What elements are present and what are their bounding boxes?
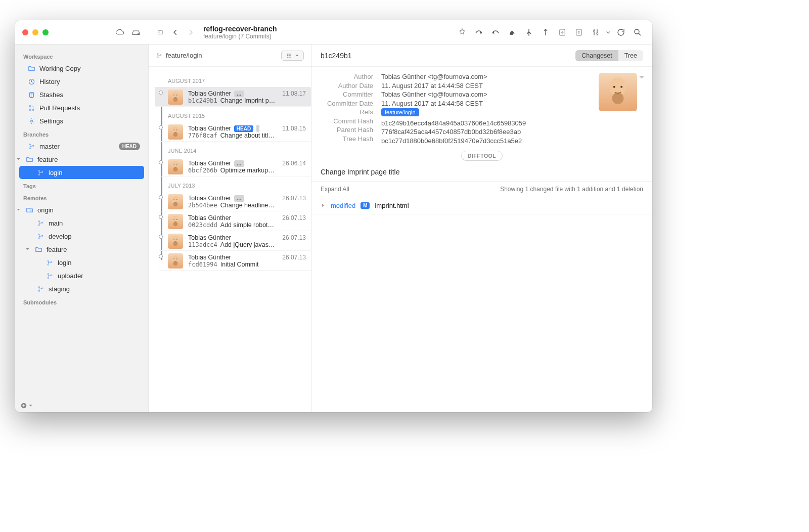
commit-title: Change Imprint page title (311, 166, 652, 182)
repo-title-block[interactable]: reflog-recover-branch feature/login (7 C… (203, 25, 277, 40)
sidebar-item-feature[interactable]: feature (19, 153, 144, 166)
fetch-icon[interactable] (471, 25, 486, 40)
sidebar-label: staging (49, 285, 70, 293)
svg-point-51 (173, 167, 178, 171)
graph-node (159, 215, 163, 219)
drive-icon[interactable] (130, 27, 142, 38)
meta-key: Parent Hash (321, 126, 373, 134)
svg-point-14 (29, 148, 31, 149)
graph-node (159, 195, 163, 199)
workspace-heading: Workspace (19, 50, 144, 62)
commit-meta: Author Author Date Committer Committer D… (311, 67, 652, 149)
commit-date: 26.07.13 (282, 195, 306, 202)
sidebar-label: History (39, 78, 60, 85)
sidebar-item-main[interactable]: main (19, 216, 144, 230)
sidebar-item-stashes[interactable]: Stashes (19, 88, 144, 101)
commit-date: 26.07.13 (282, 234, 306, 241)
pull-icon[interactable] (488, 25, 503, 40)
commit-row[interactable]: Tobias Günther…26.06.146bcf266bOptimize … (159, 157, 311, 176)
sidebar-item-remote-login[interactable]: login (19, 256, 144, 269)
svg-point-56 (173, 199, 174, 200)
branch-icon (36, 285, 44, 293)
commit-hash: b1c249b1 (188, 97, 217, 104)
sidebar-item-working-copy[interactable]: Working Copy (19, 62, 144, 75)
branch-filter[interactable]: feature/login (156, 52, 202, 59)
head-badge: HEAD (119, 143, 140, 150)
pull-request-icon (27, 104, 35, 112)
stash-save-icon[interactable] (555, 25, 570, 40)
meta-key: Committer Date (321, 100, 373, 107)
avatar (168, 159, 183, 174)
commit-group-heading: AUGUST 2015 (155, 107, 311, 122)
sidebar-item-history[interactable]: History (19, 75, 144, 88)
commit-row[interactable]: Tobias Günther26.07.13113adcc4Add jQuery… (159, 231, 311, 251)
commit-hash: 0023cddd (188, 221, 217, 229)
commit-row[interactable]: Tobias Günther…11.08.17b1c249b1Change Im… (155, 87, 311, 107)
quick-open-button[interactable] (153, 25, 168, 40)
sidebar-label: login (49, 169, 62, 176)
svg-point-48 (173, 129, 174, 130)
sidebar-label: login (58, 259, 71, 267)
sidebar-item-develop[interactable]: develop (19, 230, 144, 243)
commit-row[interactable]: Tobias Günther…26.07.132b504beeChange he… (159, 192, 311, 211)
stash-apply-icon[interactable] (571, 25, 587, 40)
avatar (168, 124, 183, 140)
meta-val: Tobias Günther <tg@fournova.com> (381, 73, 526, 80)
quick-actions-icon[interactable] (455, 25, 470, 40)
sidebar-add-button[interactable] (20, 402, 33, 409)
sidebar-item-settings[interactable]: Settings (19, 114, 144, 127)
file-row[interactable]: modified M imprint.html (311, 197, 652, 214)
push-icon[interactable] (505, 25, 520, 40)
segment-tree[interactable]: Tree (618, 50, 643, 61)
avatar (168, 90, 183, 105)
cloud-icon[interactable] (114, 27, 125, 38)
detail-hash: b1c249b1 (321, 52, 352, 60)
commit-msg: Change headline… (220, 202, 275, 209)
segment-changeset[interactable]: Changeset (575, 50, 618, 61)
back-button[interactable] (168, 25, 183, 40)
search-icon[interactable] (630, 25, 645, 40)
commit-hash: 776f8caf (188, 132, 217, 139)
sidebar-item-login[interactable]: login (19, 166, 144, 179)
meta-val: b1c249b16ecc4a484a945a037606e14c65983059 (381, 119, 526, 127)
expand-all-button[interactable]: Expand All (321, 186, 349, 193)
minimize-button[interactable] (32, 29, 38, 35)
commit-date: 26.07.13 (282, 254, 306, 261)
sidebar-label: master (39, 143, 60, 150)
chevron-down-icon (16, 157, 21, 162)
commit-row[interactable]: Tobias Günther26.07.130023cdddAdd simple… (159, 211, 311, 231)
svg-point-9 (29, 105, 30, 107)
titlebar: reflog-recover-branch feature/login (7 C… (15, 20, 652, 45)
commit-row[interactable]: Tobias GüntherHEAD11.08.15776f8cafChange… (159, 122, 311, 142)
svg-point-24 (38, 238, 40, 239)
rebase-icon[interactable] (538, 25, 553, 40)
commit-list[interactable]: AUGUST 2017Tobias Günther…11.08.17b1c249… (149, 67, 311, 412)
meta-val[interactable]: 776f8caf425aca4457c40857db0bd32b6f8ee3ab (381, 128, 526, 136)
sidebar-item-staging[interactable]: staging (19, 282, 144, 295)
sidebar-item-uploader[interactable]: uploader (19, 269, 144, 282)
merge-icon[interactable] (521, 25, 536, 40)
more-icon[interactable] (638, 74, 645, 82)
list-view-toggle[interactable] (281, 51, 304, 61)
view-segment[interactable]: Changeset Tree (575, 50, 643, 61)
sidebar-item-pull-requests[interactable]: Pull Requests (19, 101, 144, 114)
refresh-icon[interactable] (613, 25, 628, 40)
svg-point-30 (48, 277, 49, 279)
commit-row[interactable]: Tobias Günther26.07.13fcd61994Initial Co… (159, 251, 311, 271)
maximize-button[interactable] (42, 29, 49, 35)
sidebar-item-master[interactable]: masterHEAD (19, 140, 144, 153)
commit-hash: 6bcf266b (188, 167, 217, 174)
sidebar-item-remote-feature[interactable]: feature (19, 243, 144, 256)
sidebar-item-origin[interactable]: origin (19, 203, 144, 216)
graph-node (159, 125, 163, 129)
svg-point-5 (596, 32, 598, 34)
ref-chip[interactable]: feature/login (381, 108, 419, 116)
commit-author: Tobias Günther (188, 90, 231, 97)
commit-msg: Change Imprint p… (220, 97, 275, 104)
settings-icon[interactable] (588, 25, 603, 40)
difftool-button[interactable]: DIFFTOOL (461, 151, 503, 161)
close-button[interactable] (22, 29, 28, 35)
commit-author: Tobias Günther (188, 234, 231, 241)
forward-button[interactable] (183, 25, 198, 40)
avatar (168, 194, 183, 209)
